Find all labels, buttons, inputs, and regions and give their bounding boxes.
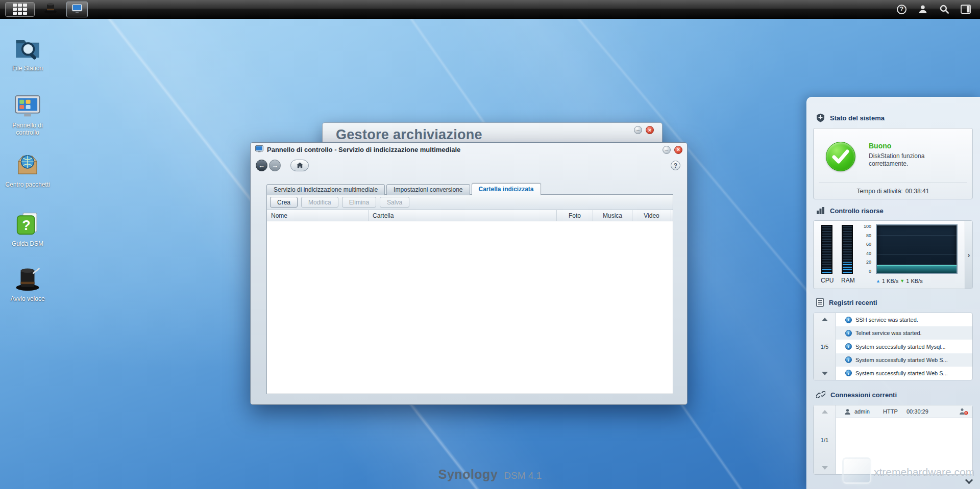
desktop-icon-package-center[interactable]: Centro pacchetti [3, 151, 52, 188]
taskbar: ? [0, 0, 980, 19]
log-list: i SSH service was started. i Telnet serv… [836, 313, 972, 380]
control-panel-window: Pannello di controllo - Servizio di indi… [250, 142, 688, 405]
taskbar-app-quick-start[interactable] [44, 2, 57, 17]
dsm-version: DSM 4.1 [504, 470, 542, 481]
magic-hat-icon [44, 3, 57, 16]
column-header-video[interactable]: Video [632, 210, 671, 221]
ram-label: RAM [841, 277, 853, 284]
network-chart-area [877, 265, 957, 273]
expand-resource-button[interactable]: › [965, 221, 972, 289]
back-button[interactable]: ← [256, 160, 267, 171]
document-icon [816, 298, 824, 307]
action-toolbar: Crea Modifica Elimina Salva [267, 195, 673, 210]
column-header-cartella[interactable]: Cartella [369, 210, 557, 221]
info-icon: i [845, 343, 852, 350]
chart-y-axis: 100 80 60 40 20 0 [857, 224, 873, 274]
user-icon[interactable] [918, 4, 928, 14]
search-icon[interactable] [939, 4, 949, 14]
resource-monitor-title: Controllo risorse [830, 207, 884, 215]
synology-logo: Synology [438, 467, 498, 482]
widgets-panel-icon[interactable] [961, 4, 971, 14]
disconnect-icon[interactable] [959, 408, 968, 415]
connection-user: admin [854, 408, 883, 415]
upload-rate: 1 KB/s [882, 278, 898, 284]
watermark-logo [842, 457, 871, 484]
modifica-button: Modifica [301, 197, 338, 208]
connections-pagination: 1/1 [814, 405, 836, 474]
window-icon [255, 145, 263, 155]
column-header-nome[interactable]: Nome [267, 210, 369, 221]
log-entry: i System successfully started Web S... [836, 367, 972, 380]
salva-button: Salva [380, 197, 409, 208]
forward-button: → [269, 160, 281, 171]
desktop-icon-control-panel[interactable]: Pannello di controllo [3, 92, 52, 136]
desktop-icon-label: Guida DSM [3, 240, 52, 247]
desktop-icon-label: File Station [3, 65, 52, 72]
resource-monitor-header: Controllo risorse [816, 205, 884, 216]
current-connections-header: Connessioni correnti [816, 390, 897, 400]
connection-protocol: HTTP [883, 408, 906, 415]
desktop-icon-quick-start[interactable]: Avvio veloce [3, 265, 52, 302]
watermark-text: xtremehardware.com [874, 466, 974, 478]
column-header-foto[interactable]: Foto [557, 210, 593, 221]
status-good-icon [826, 142, 855, 171]
tab-servizio-indicizzazione[interactable]: Servizio di indicizzazione multimediale [266, 184, 385, 195]
info-icon: i [845, 356, 852, 363]
minimize-button[interactable]: – [663, 146, 671, 154]
window-title: Pannello di controllo - Servizio di indi… [267, 146, 460, 153]
link-icon [816, 391, 825, 398]
logs-page-down-icon[interactable] [822, 372, 828, 375]
log-entry: i Telnet service was started. [836, 326, 972, 340]
connections-page-indicator: 1/1 [821, 437, 828, 443]
resource-monitor-box: CPU RAM 100 80 60 40 20 0 ▲ 1 KB/s ▼ 1 K… [813, 220, 973, 289]
recent-logs-header: Registri recenti [816, 297, 877, 307]
uptime-row: Tempo di attività: 00:38:41 [819, 183, 967, 199]
desktop-icon-file-station[interactable]: File Station [3, 35, 52, 72]
elimina-button: Elimina [342, 197, 376, 208]
system-status-box: Buono DiskStation funziona correttamente… [813, 128, 973, 199]
home-icon [296, 162, 304, 169]
package-center-icon [14, 151, 41, 178]
logs-pagination: 1/5 [814, 313, 836, 380]
current-connections-title: Connessioni correnti [830, 391, 897, 399]
close-button[interactable]: × [674, 146, 682, 154]
widget-panel: Stato del sistema Buono DiskStation funz… [806, 97, 980, 489]
download-rate: 1 KB/s [906, 278, 922, 284]
column-header-musica[interactable]: Musica [593, 210, 632, 221]
desktop-icon-label: Centro pacchetti [3, 181, 52, 188]
help-icon[interactable]: ? [897, 5, 906, 14]
connection-time: 00:30:29 [906, 408, 928, 415]
connections-page-down-icon [822, 466, 828, 470]
network-rates: ▲ 1 KB/s ▼ 1 KB/s [876, 278, 923, 284]
logs-page-up-icon[interactable] [822, 318, 828, 321]
desktop-icon-dsm-help[interactable]: ? Guida DSM [3, 210, 52, 247]
main-menu-button[interactable] [5, 2, 35, 17]
svg-text:?: ? [22, 218, 31, 233]
home-button[interactable] [290, 160, 309, 171]
connection-row: admin HTTP 00:30:29 [836, 405, 972, 418]
system-status-title: Stato del sistema [830, 114, 885, 122]
tab-impostazioni-conversione[interactable]: Impostazioni conversione [386, 184, 470, 195]
crea-button[interactable]: Crea [270, 197, 298, 208]
uptime-label: Tempo di attività: [857, 188, 903, 195]
info-icon: i [845, 317, 852, 323]
tab-bar: Servizio di indicizzazione multimediale … [266, 183, 541, 195]
logs-page-indicator: 1/5 [821, 344, 828, 350]
taskbar-right-icons: ? [897, 4, 971, 14]
status-description: DiskStation funziona correttamente. [869, 152, 961, 168]
window-help-button[interactable]: ? [671, 161, 680, 170]
tab-cartella-indicizzata[interactable]: Cartella indicizzata [472, 183, 541, 195]
window-titlebar[interactable]: Pannello di controllo - Servizio di indi… [251, 143, 687, 157]
connections-page-up-icon [822, 410, 828, 414]
current-connections-box: 1/1 admin HTTP 00:30:29 [813, 405, 973, 475]
taskbar-app-control-panel[interactable] [66, 2, 88, 17]
desktop-icon-label: Pannello di controllo [3, 122, 52, 136]
info-icon: i [845, 370, 852, 376]
dsm-help-icon: ? [14, 210, 41, 238]
window-navbar: ← → ? [251, 157, 687, 175]
table-header: Nome Cartella Foto Musica Video [267, 210, 673, 221]
recent-logs-box: 1/5 i SSH service was started. i Telnet … [813, 313, 973, 380]
minimize-button[interactable]: – [634, 126, 642, 134]
close-button[interactable]: × [646, 126, 654, 134]
desktop-icon-label: Avvio veloce [3, 295, 52, 302]
